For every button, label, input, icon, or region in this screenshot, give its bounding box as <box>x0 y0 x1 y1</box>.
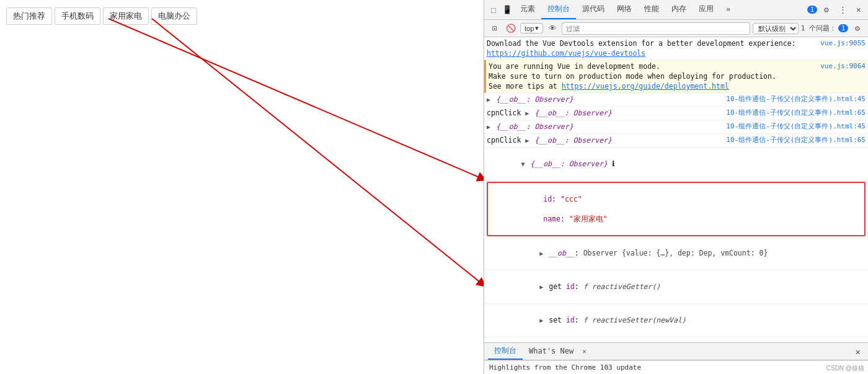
console-source-cpn1[interactable]: 10-组件通信-子传父(自定义事件).html:65 <box>726 108 866 118</box>
console-source-vueDev[interactable]: vue.js:9055 <box>820 38 866 48</box>
console-text-cpn1: cpnClick ▶ {__ob__: Observer} <box>487 108 721 118</box>
console-output: Download the Vue Devtools extension for … <box>484 37 868 342</box>
expand-cpn2[interactable]: ▶ <box>525 137 529 144</box>
settings-icon[interactable]: ⚙ <box>820 3 833 17</box>
console-line-obs2: ▶ {__ob__: Observer} 10-组件通信-子传父(自定义事件).… <box>484 120 868 134</box>
svg-line-0 <box>108 19 482 179</box>
console-text-ccc-id: id: "ccc" name: "家用家电" <box>500 184 862 234</box>
console-line-cpn2: cpnClick ▶ {__ob__: Observer} 10-组件通信-子传… <box>484 134 868 148</box>
console-line-ccc-setid: ▶ set id: f reactiveSetter(newVal) <box>484 304 868 337</box>
console-line-ccc-id: id: "ccc" name: "家用家电" <box>487 182 866 236</box>
top-label: top <box>525 25 534 32</box>
devtools-panel: ⬚ 📱 元素 控制台 源代码 网络 性能 内存 应用 » 1 ⚙ ⋮ ✕ ⊡ 🚫… <box>484 0 868 374</box>
nav-btn-hot[interactable]: 热门推荐 <box>6 7 52 25</box>
devtools-bottom: 控制台 What's New ✕ ✕ Highlights from the C… <box>484 342 868 374</box>
tab-elements[interactable]: 元素 <box>514 0 541 19</box>
console-text-ccc-setid: ▶ set id: f reactiveSetter(newVal) <box>497 305 866 336</box>
console-line-ccc-getname: ▶ get name: f reactiveGetter() <box>484 337 868 342</box>
nav-btn-pc[interactable]: 电脑办公 <box>151 7 197 25</box>
console-line-ccc-header: ▼ {__ob__: Observer} ℹ <box>484 148 868 181</box>
tab-sources[interactable]: 源代码 <box>576 0 611 19</box>
watermark: CSDN @猿猫 <box>823 363 868 374</box>
bottom-tab-bar: 控制台 What's New ✕ ✕ <box>484 343 868 360</box>
console-text-ccc-header: ▼ {__ob__: Observer} ℹ <box>487 149 866 179</box>
console-text-cpn2: cpnClick ▶ {__ob__: Observer} <box>487 135 721 146</box>
tab-network[interactable]: 网络 <box>611 0 638 19</box>
console-text-ccc-getid: ▶ get id: f reactiveGetter() <box>497 272 866 302</box>
dropdown-arrow: ▾ <box>535 24 539 32</box>
tab-memory[interactable]: 内存 <box>665 0 693 19</box>
deployment-link[interactable]: https://vuejs.org/guide/deployment.html <box>562 82 729 91</box>
expand-ccc[interactable]: ▼ <box>521 161 525 167</box>
whats-new-close-x[interactable]: ✕ <box>580 347 589 355</box>
sidebar-icon[interactable]: ⊡ <box>488 22 502 35</box>
devtools-tab-bar: ⬚ 📱 元素 控制台 源代码 网络 性能 内存 应用 » 1 ⚙ ⋮ ✕ <box>484 0 868 20</box>
bottom-status-bar: Highlights from the Chrome 103 update <box>484 360 868 374</box>
expand-obs1[interactable]: ▶ <box>487 96 490 103</box>
top-dropdown[interactable]: top ▾ <box>520 23 543 33</box>
nav-btn-phone[interactable]: 手机数码 <box>55 7 100 25</box>
console-text-obs1: ▶ {__ob__: Observer} <box>487 94 721 105</box>
devtools-toolbar: ⊡ 🚫 top ▾ 👁 默认级别 1 个问题： 1 ⚙ <box>484 20 868 37</box>
bottom-close-btn[interactable]: ✕ <box>852 347 864 357</box>
vue-devtools-link[interactable]: https://github.com/vuejs/vue-devtools <box>487 49 645 58</box>
more-icon[interactable]: ⋮ <box>836 3 849 17</box>
tab-performance[interactable]: 性能 <box>638 0 665 19</box>
clear-icon[interactable]: 🚫 <box>504 22 518 35</box>
left-panel: 热门推荐 手机数码 家用家电 电脑办公 <box>0 0 484 374</box>
console-text-devMode: You are running Vue in development mode.… <box>489 61 815 91</box>
eye-icon[interactable]: 👁 <box>546 22 559 35</box>
settings2-icon[interactable]: ⚙ <box>851 22 864 35</box>
console-text-vueDev: Download the Vue Devtools extension for … <box>487 38 815 58</box>
device-icon[interactable]: 📱 <box>500 3 514 17</box>
console-line-devMode: You are running Vue in development mode.… <box>484 60 868 93</box>
console-line-cpn1: cpnClick ▶ {__ob__: Observer} 10-组件通信-子传… <box>484 107 868 120</box>
tab-more[interactable]: » <box>720 1 737 19</box>
tab-application[interactable]: 应用 <box>693 0 720 19</box>
console-source-devMode[interactable]: vue.js:9064 <box>820 61 866 71</box>
close-icon[interactable]: ✕ <box>852 3 866 17</box>
inspect-icon[interactable]: ⬚ <box>487 3 500 17</box>
console-source-obs2[interactable]: 10-组件通信-子传父(自定义事件).html:45 <box>726 122 866 131</box>
bottom-status-text: Highlights from the Chrome 103 update <box>489 363 641 372</box>
expand-cpn1[interactable]: ▶ <box>525 110 529 117</box>
expand-obs2[interactable]: ▶ <box>487 123 490 130</box>
bottom-tab-console[interactable]: 控制台 <box>488 343 523 360</box>
console-line-vueDev: Download the Vue Devtools extension for … <box>484 37 868 60</box>
issue-count: 1 个问题： 1 <box>801 24 848 33</box>
console-line-ccc-getid: ▶ get id: f reactiveGetter() <box>484 270 868 304</box>
filter-input[interactable] <box>562 22 750 35</box>
bottom-tab-whats-new[interactable]: What's New <box>523 344 580 359</box>
console-line-ccc-ob: ▶ __ob__: Observer {value: {…}, dep: Dep… <box>484 237 868 270</box>
console-source-obs1[interactable]: 10-组件通信-子传父(自定义事件).html:45 <box>726 94 866 104</box>
tab-console[interactable]: 控制台 <box>541 0 576 19</box>
console-text-ccc-ob: ▶ __ob__: Observer {value: {…}, dep: Dep… <box>497 238 866 269</box>
level-select[interactable]: 默认级别 <box>753 23 799 34</box>
arrow-overlay <box>0 0 484 374</box>
nav-bar: 热门推荐 手机数码 家用家电 电脑办公 <box>0 0 484 32</box>
console-line-obs1: ▶ {__ob__: Observer} 10-组件通信-子传父(自定义事件).… <box>484 93 868 107</box>
console-text-obs2: ▶ {__ob__: Observer} <box>487 122 721 132</box>
issue-badge: 1 <box>838 24 848 32</box>
nav-btn-home[interactable]: 家用家电 <box>103 7 149 25</box>
console-badge: 1 <box>807 6 817 14</box>
console-source-cpn2[interactable]: 10-组件通信-子传父(自定义事件).html:65 <box>726 135 866 145</box>
svg-line-1 <box>152 19 482 284</box>
